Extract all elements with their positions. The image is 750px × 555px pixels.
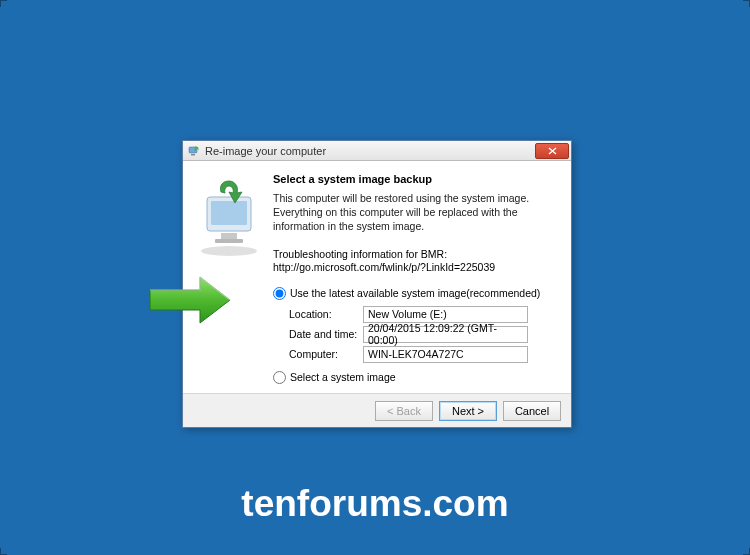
crop-corner <box>0 548 7 555</box>
radio-select-image-input[interactable] <box>273 371 286 384</box>
field-location: Location: New Volume (E:) <box>289 306 555 323</box>
field-datetime: Date and time: 20/04/2015 12:09:22 (GMT-… <box>289 326 555 343</box>
app-icon <box>187 144 201 158</box>
svg-rect-6 <box>215 239 243 243</box>
radio-use-latest-label: Use the latest available system image(re… <box>290 287 540 299</box>
radio-select-image-label: Select a system image <box>290 371 396 383</box>
svg-point-2 <box>201 246 257 256</box>
field-location-value: New Volume (E:) <box>363 306 528 323</box>
titlebar: Re-image your computer <box>183 141 571 161</box>
field-computer: Computer: WIN-LEK7O4A727C <box>289 346 555 363</box>
field-datetime-label: Date and time: <box>289 328 363 340</box>
radio-use-latest[interactable]: Use the latest available system image(re… <box>273 287 555 300</box>
field-datetime-value: 20/04/2015 12:09:22 (GMT-00:00) <box>363 326 528 343</box>
troubleshoot-url: http://go.microsoft.com/fwlink/p/?LinkId… <box>273 261 555 275</box>
troubleshoot-info: Troubleshooting information for BMR: htt… <box>273 248 555 275</box>
crop-corner <box>0 0 7 7</box>
cancel-button[interactable]: Cancel <box>503 401 561 421</box>
troubleshoot-label: Troubleshooting information for BMR: <box>273 248 555 262</box>
dialog-footer: < Back Next > Cancel <box>183 393 571 427</box>
page-heading: Select a system image backup <box>273 173 555 185</box>
field-computer-value: WIN-LEK7O4A727C <box>363 346 528 363</box>
svg-rect-4 <box>211 201 247 225</box>
watermark: tenforums.com <box>0 483 750 525</box>
close-button[interactable] <box>535 143 569 159</box>
field-computer-label: Computer: <box>289 348 363 360</box>
page-description: This computer will be restored using the… <box>273 191 555 234</box>
restore-monitor-icon <box>195 179 263 257</box>
radio-use-latest-input[interactable] <box>273 287 286 300</box>
crop-corner <box>743 548 750 555</box>
reimage-dialog: Re-image your computer Select a system i… <box>182 140 572 428</box>
svg-rect-1 <box>191 154 195 156</box>
radio-select-image[interactable]: Select a system image <box>273 371 555 384</box>
next-button[interactable]: Next > <box>439 401 497 421</box>
crop-corner <box>743 0 750 7</box>
titlebar-text: Re-image your computer <box>205 145 535 157</box>
back-button[interactable]: < Back <box>375 401 433 421</box>
wizard-graphic <box>193 173 265 389</box>
close-icon <box>548 147 557 155</box>
svg-rect-5 <box>221 233 237 239</box>
field-location-label: Location: <box>289 308 363 320</box>
